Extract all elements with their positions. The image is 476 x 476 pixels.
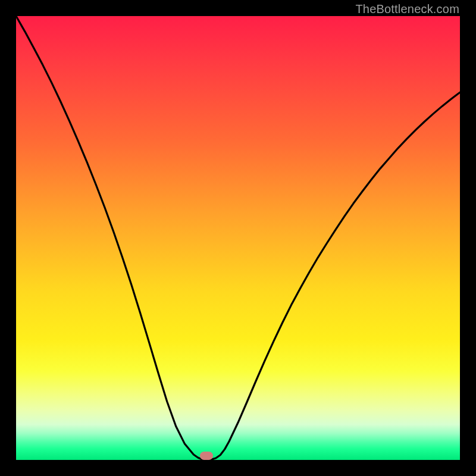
plot-area (16, 16, 460, 460)
watermark-text: TheBottleneck.com (355, 2, 459, 16)
bottleneck-curve (16, 16, 460, 460)
minimum-marker (200, 452, 213, 460)
chart-frame: TheBottleneck.com (0, 0, 476, 476)
